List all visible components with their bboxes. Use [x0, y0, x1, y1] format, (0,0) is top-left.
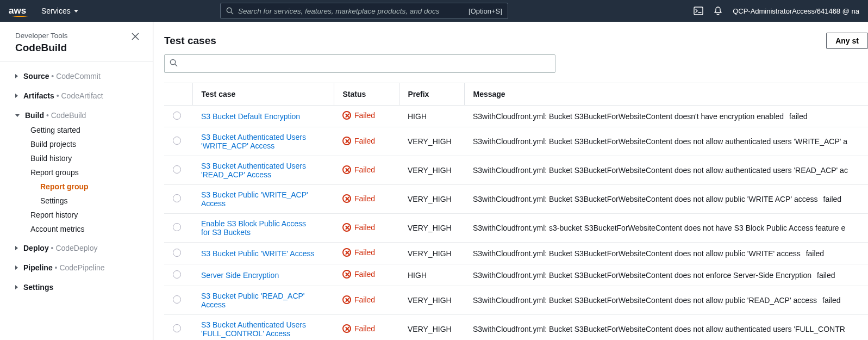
testcase-link[interactable]: S3 Bucket Authenticated Users 'FULL_CONT… [201, 320, 315, 338]
sidebar-item-source[interactable]: Source • CodeCommit [0, 69, 153, 84]
row-select-radio[interactable] [173, 249, 181, 257]
nav-label: Pipeline [23, 263, 53, 272]
sidebar-sub-account-metrics[interactable]: Account metrics [0, 222, 153, 236]
status-badge: Failed [342, 248, 375, 257]
status-badge: Failed [342, 137, 375, 145]
table-header-row: Test case Status Prefix Message [164, 83, 868, 106]
row-select-radio[interactable] [173, 324, 181, 332]
prefix-cell: VERY_HIGH [399, 156, 464, 185]
error-icon [342, 295, 351, 304]
search-box[interactable]: [Option+S] [220, 3, 508, 19]
testcase-link[interactable]: Server Side Encryption [201, 271, 279, 280]
message-cell: S3withCloudfront.yml: Bucket S3BucketFor… [464, 185, 868, 214]
sidebar-item-build[interactable]: Build • CodeBuild [0, 108, 153, 123]
testcase-link[interactable]: S3 Bucket Public 'WRITE' Access [201, 249, 314, 258]
status-text: Failed [354, 194, 375, 203]
nav-sub-label: CodePipeline [59, 263, 104, 272]
prefix-cell: VERY_HIGH [399, 185, 464, 214]
aws-logo-text: aws [9, 5, 26, 16]
sidebar-sub-report-history[interactable]: Report history [0, 208, 153, 222]
prefix-cell: VERY_HIGH [399, 243, 464, 264]
status-text: Failed [354, 165, 375, 174]
col-prefix[interactable]: Prefix [399, 83, 464, 106]
row-select-radio[interactable] [173, 194, 181, 202]
error-icon [342, 165, 351, 174]
sidebar-item-artifacts[interactable]: Artifacts • CodeArtifact [0, 88, 153, 103]
message-cell: S3withCloudfront.yml: Bucket S3BucketFor… [464, 156, 868, 185]
testcase-link[interactable]: S3 Bucket Authenticated Users 'READ_ACP'… [201, 162, 315, 179]
status-badge: Failed [342, 324, 375, 333]
table-row: S3 Bucket Authenticated Users 'READ_ACP'… [164, 156, 868, 185]
account-label[interactable]: QCP-AdministratorAccess/641468 @ na [733, 7, 859, 15]
table-row: S3 Bucket Public 'READ_ACP' AccessFailed… [164, 286, 868, 315]
message-cell: S3withCloudfront.yml: s3-bucket S3Bucket… [464, 214, 868, 243]
nav-label: Settings [23, 283, 53, 292]
row-select-radio[interactable] [173, 223, 181, 231]
nav-sub-label: CodeCommit [56, 72, 101, 81]
cloudshell-icon[interactable] [694, 6, 703, 16]
global-search: [Option+S] [220, 3, 508, 19]
prefix-cell: HIGH [399, 106, 464, 127]
services-label: Services [41, 7, 71, 15]
status-badge: Failed [342, 223, 375, 232]
prefix-cell: VERY_HIGH [399, 315, 464, 341]
error-icon [342, 223, 351, 232]
table-row: Enable S3 Block Public Access for S3 Buc… [164, 214, 868, 243]
col-message[interactable]: Message [464, 83, 868, 106]
table-row: S3 Bucket Public 'WRITE' AccessFailedVER… [164, 243, 868, 264]
testcase-link[interactable]: S3 Bucket Authenticated Users 'WRITE_ACP… [201, 133, 315, 150]
status-text: Failed [354, 295, 375, 304]
sidebar-item-pipeline[interactable]: Pipeline • CodePipeline [0, 260, 153, 275]
search-input[interactable] [238, 7, 469, 15]
services-menu[interactable]: Services [41, 7, 78, 15]
nav-label: Artifacts [23, 91, 54, 100]
top-nav: aws Services [Option+S] QCP-Administrato… [0, 0, 868, 22]
chevron-right-icon [15, 246, 18, 250]
prefix-cell: VERY_HIGH [399, 127, 464, 156]
chevron-down-icon [74, 10, 78, 13]
status-badge: Failed [342, 111, 375, 120]
status-filter-button[interactable]: Any st [826, 33, 868, 49]
row-select-radio[interactable] [173, 137, 181, 145]
sidebar-item-settings[interactable]: Settings [0, 280, 153, 295]
chevron-down-icon [15, 114, 20, 117]
message-cell: S3withCloudfront.yml: Bucket S3BucketFor… [464, 106, 868, 127]
prefix-cell: HIGH [399, 264, 464, 286]
col-status[interactable]: Status [334, 83, 399, 106]
sidebar-sub-build-projects[interactable]: Build projects [0, 137, 153, 151]
status-badge: Failed [342, 295, 375, 304]
status-badge: Failed [342, 165, 375, 174]
sidebar-item-deploy[interactable]: Deploy • CodeDeploy [0, 240, 153, 256]
row-select-radio[interactable] [173, 112, 181, 120]
testcase-link[interactable]: Enable S3 Block Public Access for S3 Buc… [201, 219, 315, 237]
table-row: S3 Bucket Authenticated Users 'FULL_CONT… [164, 315, 868, 341]
search-icon [170, 59, 178, 69]
sidebar-sub-settings[interactable]: Settings [0, 194, 153, 208]
row-select-radio[interactable] [173, 165, 181, 174]
bell-icon[interactable] [713, 6, 723, 16]
section-header: Test cases Any st [164, 33, 868, 49]
testcase-link[interactable]: S3 Bucket Public 'WRITE_ACP' Access [201, 190, 315, 208]
row-select-radio[interactable] [173, 270, 181, 279]
aws-logo[interactable]: aws [9, 5, 28, 17]
sidebar-sub-report-group[interactable]: Report group [0, 180, 153, 194]
filter-input[interactable] [164, 54, 555, 73]
message-cell: S3withCloudfront.yml: Bucket S3BucketFor… [464, 315, 868, 341]
nav-sub-label: CodeBuild [51, 111, 86, 120]
table-row: S3 Bucket Authenticated Users 'WRITE_ACP… [164, 127, 868, 156]
sidebar-title: CodeBuild [15, 42, 138, 54]
main-content: Test cases Any st Test case Status Prefi… [153, 22, 868, 340]
testcases-table: Test case Status Prefix Message S3 Bucke… [164, 83, 868, 340]
testcase-link[interactable]: S3 Bucket Default Encryption [201, 112, 300, 121]
col-testcase[interactable]: Test case [192, 83, 334, 106]
status-badge: Failed [342, 270, 375, 279]
sidebar-sub-build-history[interactable]: Build history [0, 151, 153, 165]
svg-line-1 [231, 12, 233, 14]
chevron-right-icon [15, 265, 18, 270]
sidebar-sub-report-groups[interactable]: Report groups [0, 165, 153, 180]
testcase-link[interactable]: S3 Bucket Public 'READ_ACP' Access [201, 292, 315, 309]
close-icon[interactable] [131, 32, 140, 42]
row-select-radio[interactable] [173, 295, 181, 304]
sidebar-sub-getting-started[interactable]: Getting started [0, 123, 153, 137]
message-cell: S3withCloudfront.yml: Bucket S3BucketFor… [464, 127, 868, 156]
